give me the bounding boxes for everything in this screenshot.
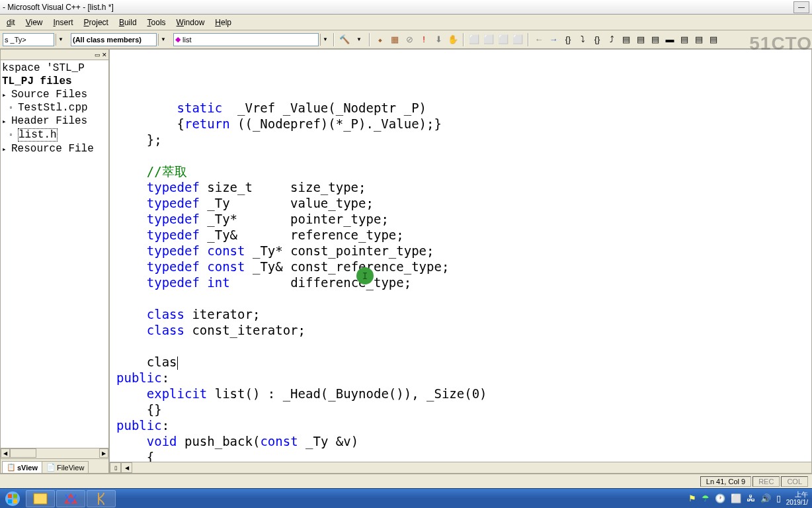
dropdown-icon[interactable]: ▼ [352,33,366,46]
workspace-project[interactable]: TL_PJ files [2,75,107,88]
function-combo-text: list [183,36,191,44]
workspace-header: ▭ ✕ [1,50,108,60]
svg-point-0 [5,491,20,506]
start-button[interactable] [0,489,25,508]
dropdown-arrow-icon[interactable]: ▼ [320,34,330,46]
workspace-root[interactable]: kspace 'STL_P [2,62,107,75]
scroll-left-icon[interactable]: ◀ [121,462,132,473]
workspace-hscroll[interactable]: ◀ ▶ [1,448,108,458]
menu-project[interactable]: Project [79,16,114,29]
tree-node[interactable]: ▸Header Files [2,114,107,128]
debug-icon[interactable]: ⤴ [605,33,618,46]
members-combo[interactable]: (All class members) [71,33,157,46]
cursor-marker-icon: I [356,267,374,284]
code-text [116,386,147,401]
tree-node[interactable]: ▫TestStl.cpp [2,101,107,114]
code-text [116,164,147,179]
tool-icon[interactable]: ▤ [620,33,633,46]
keyword: int [207,275,229,290]
tray-icon[interactable]: 🕐 [715,493,725,503]
tree-label: Header Files [11,115,87,127]
build-icon[interactable]: ⬥ [374,33,387,46]
menu-bar: ditViewInsertProjectBuildToolsWindowHelp [0,15,812,30]
debug-icon[interactable]: ⤵ [576,33,589,46]
workspace-tabs: 📋 sView 📄 FileView [1,458,108,473]
tray-icon[interactable]: ▯ [776,493,781,503]
tool-icon[interactable]: ▤ [649,33,662,46]
keyword: typedef [147,180,200,194]
tray-icon[interactable]: ☂ [702,493,710,503]
code-text [116,307,147,321]
class-combo[interactable]: s _Ty> [3,33,54,46]
breakpoint-icon[interactable]: ✋ [446,33,460,46]
tool-icon[interactable]: ▤ [707,33,720,46]
keyword: return [184,116,230,131]
scroll-thumb[interactable] [10,448,36,458]
tool-icon[interactable]: ▤ [634,33,647,46]
forward-icon[interactable]: → [547,33,560,46]
scroll-split-icon[interactable]: ▯ [110,462,121,473]
wizard-icon[interactable]: 🔨 [338,33,351,46]
taskbar-item[interactable] [26,490,55,507]
file-icon: ▫ [9,131,18,139]
code-text: : [162,418,169,433]
code-editor[interactable]: I static _Vref _Value(_Nodeptr _P) {retu… [110,50,811,462]
dropdown-arrow-icon[interactable]: ▼ [158,34,168,46]
keyword: typedef [147,196,200,210]
tool-icon[interactable]: ▤ [692,33,706,46]
dock-icon[interactable]: ▭ [95,52,101,58]
tab-icon: 📄 [46,463,56,472]
tab-classview[interactable]: 📋 sView [2,461,42,473]
close-icon[interactable]: ✕ [102,52,107,58]
taskbar-clock[interactable]: 上午 2019/1/ [786,491,808,507]
taskbar-item[interactable] [56,490,85,507]
nav-icon[interactable]: ⬜ [467,33,481,46]
code-text [116,180,147,194]
scroll-left-icon[interactable]: ◀ [1,448,10,458]
code-text: push_back( [177,434,261,448]
tray-icon[interactable]: ⚑ [688,493,696,503]
app-icon [33,493,48,505]
nav-icon[interactable]: ⬜ [497,33,510,46]
tool-icon[interactable]: ▬ [663,33,676,46]
tray-icon[interactable]: ⬜ [731,493,741,503]
debug-icon[interactable]: {} [561,33,575,46]
network-icon[interactable]: 🖧 [747,493,755,503]
tab-fileview[interactable]: 📄 FileView [42,461,89,473]
workspace-tree[interactable]: kspace 'STL_PTL_PJ files▸Source Files▫Te… [1,60,108,448]
menu-build[interactable]: Build [114,16,142,29]
tool-icon[interactable]: ▤ [678,33,691,46]
separator [463,33,464,46]
code-line: typedef const _Ty* const_pointer_type; [116,243,805,259]
scroll-right-icon[interactable]: ▶ [99,448,108,458]
nav-icon[interactable]: ⬜ [511,33,524,46]
build-icon[interactable]: ▦ [388,33,401,46]
comment: //萃取 [147,164,187,179]
tree-label: Source Files [11,89,87,101]
debug-icon[interactable]: {} [590,33,604,46]
menu-window[interactable]: Window [171,16,210,29]
execute-icon[interactable]: ! [417,33,430,46]
tree-node[interactable]: ▸Source Files [2,88,107,101]
volume-icon[interactable]: 🔊 [760,493,771,503]
nav-icon[interactable]: ⬜ [482,33,495,46]
code-text [116,243,147,258]
keyword: class [147,323,184,337]
menu-insert[interactable]: Insert [48,16,79,29]
code-line: }; [116,132,805,148]
menu-tools[interactable]: Tools [142,16,171,29]
menu-help[interactable]: Help [210,16,237,29]
tree-node[interactable]: ▫list.h [2,128,107,142]
dropdown-arrow-icon[interactable]: ▼ [56,34,65,46]
menu-dit[interactable]: dit [1,16,20,29]
function-combo[interactable]: ◆ list [173,33,319,46]
tree-label: TestStl.cpp [18,102,88,114]
stop-build-icon[interactable]: ⊘ [403,33,416,46]
editor-hscroll[interactable]: ▯ ◀ [110,462,811,473]
menu-view[interactable]: View [20,16,48,29]
tree-node[interactable]: ▸Resource File [2,142,107,155]
back-icon[interactable]: ← [532,33,546,46]
taskbar-item[interactable] [87,490,116,507]
go-icon[interactable]: ⬇ [432,33,445,46]
minimize-button[interactable]: — [793,1,809,13]
